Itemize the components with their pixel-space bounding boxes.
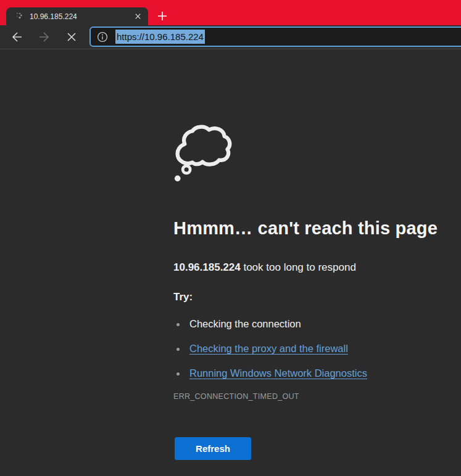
- browser-tab[interactable]: 10.96.185.224: [6, 7, 148, 25]
- list-item: Checking the proxy and the firewall: [173, 343, 461, 356]
- stop-button[interactable]: [66, 31, 77, 43]
- proxy-firewall-link[interactable]: Checking the proxy and the firewall: [189, 343, 348, 355]
- new-tab-button[interactable]: [154, 8, 170, 24]
- forward-button[interactable]: [38, 31, 49, 43]
- address-input[interactable]: https://10.96.185.224: [115, 30, 205, 44]
- list-item: Checking the connection: [173, 318, 461, 332]
- tab-title: 10.96.185.224: [30, 12, 132, 21]
- error-code: ERR_CONNECTION_TIMED_OUT: [173, 392, 461, 401]
- tab-close-button[interactable]: [132, 10, 144, 22]
- plus-icon: [157, 11, 167, 21]
- back-button[interactable]: [12, 31, 23, 43]
- error-subtitle: 10.96.185.224 took too long to respond: [173, 261, 461, 274]
- error-host: 10.96.185.224: [173, 261, 241, 273]
- try-label: Try:: [173, 291, 461, 303]
- error-title: Hmmm… can't reach this page: [173, 218, 461, 239]
- browser-toolbar: https://10.96.185.224: [0, 25, 461, 49]
- error-page: Hmmm… can't reach this page 10.96.185.22…: [0, 49, 461, 460]
- error-subtitle-rest: took too long to respond: [241, 261, 356, 273]
- close-icon: [135, 14, 141, 19]
- network-diagnostics-link[interactable]: Running Windows Network Diagnostics: [189, 367, 367, 379]
- list-item: Running Windows Network Diagnostics: [173, 367, 461, 381]
- address-bar[interactable]: https://10.96.185.224: [89, 27, 461, 47]
- thought-bubble-icon: [173, 123, 235, 185]
- site-info-icon[interactable]: [97, 31, 108, 43]
- bullet-icon: [177, 372, 180, 375]
- tab-loading-spinner-icon: [14, 12, 24, 22]
- window-titlebar: 10.96.185.224: [0, 0, 461, 25]
- suggestion-list: Checking the connection Checking the pro…: [173, 318, 461, 381]
- suggestion-text: Checking the connection: [189, 318, 301, 330]
- refresh-button[interactable]: Refresh: [175, 437, 251, 460]
- bullet-icon: [177, 348, 180, 351]
- bullet-icon: [177, 323, 180, 326]
